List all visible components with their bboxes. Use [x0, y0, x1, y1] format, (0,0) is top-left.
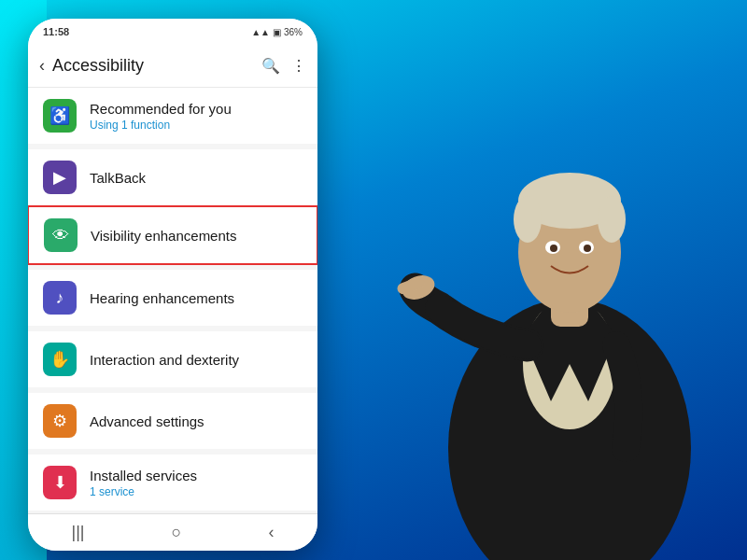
bottom-nav: ||| ○ ‹ [28, 513, 317, 551]
svg-point-9 [550, 245, 557, 252]
phone-screen: 11:58 ▲▲ ▣ 36% ‹ Accessibility 🔍 ⋮ ♿Reco… [28, 19, 317, 551]
item-title-hearing: Hearing enhancements [90, 290, 303, 306]
item-title-talkback: TalkBack [90, 170, 303, 186]
menu-item-talkback[interactable]: ▶TalkBack [28, 149, 317, 206]
menu-section: ▶TalkBack👁Visibility enhancements [28, 149, 317, 265]
back-button[interactable]: ‹ [39, 56, 45, 76]
item-text-advanced: Advanced settings [90, 413, 303, 429]
menu-item-advanced[interactable]: ⚙Advanced settings [28, 393, 317, 449]
top-action-icons: 🔍 ⋮ [261, 57, 306, 75]
signal-icon: ▲▲ [251, 27, 270, 37]
item-icon-advanced: ⚙ [43, 404, 77, 438]
item-icon-talkback: ▶ [43, 161, 77, 194]
item-icon-recommended: ♿ [43, 99, 77, 133]
item-icon-hearing: ♪ [43, 281, 77, 315]
status-time: 11:58 [43, 26, 69, 37]
menu-section: ⬇Installed services1 service [28, 455, 317, 511]
item-title-recommended: Recommended for you [90, 101, 303, 117]
item-text-visibility: Visibility enhancements [91, 228, 302, 244]
menu-section: ♪Hearing enhancements [28, 270, 317, 326]
svg-point-5 [514, 196, 542, 243]
item-title-interaction: Interaction and dexterity [90, 352, 303, 368]
item-text-installed: Installed services1 service [90, 468, 303, 498]
item-text-hearing: Hearing enhancements [90, 290, 303, 306]
item-title-advanced: Advanced settings [90, 413, 303, 429]
menu-item-recommended[interactable]: ♿Recommended for youUsing 1 function [28, 88, 317, 144]
item-icon-visibility: 👁 [44, 218, 78, 252]
svg-point-6 [598, 196, 626, 243]
more-icon[interactable]: ⋮ [291, 57, 306, 75]
status-icons: ▲▲ ▣ 36% [251, 27, 303, 37]
person-svg [327, 0, 728, 560]
item-text-recommended: Recommended for youUsing 1 function [90, 101, 303, 132]
item-icon-interaction: ✋ [43, 343, 77, 376]
item-text-interaction: Interaction and dexterity [90, 352, 303, 368]
phone-mockup: 11:58 ▲▲ ▣ 36% ‹ Accessibility 🔍 ⋮ ♿Reco… [28, 19, 317, 551]
nav-menu-button[interactable]: ||| [72, 523, 85, 542]
item-icon-installed: ⬇ [43, 466, 77, 499]
page-title: Accessibility [52, 56, 254, 76]
person-figure [327, 0, 728, 560]
status-bar: 11:58 ▲▲ ▣ 36% [28, 19, 317, 45]
search-icon[interactable]: 🔍 [261, 57, 280, 75]
top-bar: ‹ Accessibility 🔍 ⋮ [28, 45, 317, 88]
item-title-installed: Installed services [90, 468, 303, 483]
menu-section: ⚙Advanced settings [28, 393, 317, 449]
menu-item-installed[interactable]: ⬇Installed services1 service [28, 455, 317, 511]
nav-home-button[interactable]: ○ [172, 523, 182, 542]
menu-item-interaction[interactable]: ✋Interaction and dexterity [28, 331, 317, 387]
menu-item-visibility[interactable]: 👁Visibility enhancements [28, 205, 317, 265]
svg-point-10 [584, 245, 591, 252]
menu-section: ✋Interaction and dexterity [28, 331, 317, 387]
battery-icon: 36% [284, 27, 303, 37]
menu-section: ♿Recommended for youUsing 1 function [28, 88, 317, 144]
item-subtitle-recommended: Using 1 function [90, 119, 303, 132]
item-title-visibility: Visibility enhancements [91, 228, 302, 244]
menu-item-hearing[interactable]: ♪Hearing enhancements [28, 270, 317, 326]
item-text-talkback: TalkBack [90, 170, 303, 186]
wifi-icon: ▣ [273, 27, 281, 37]
item-subtitle-installed: 1 service [90, 485, 303, 498]
menu-list: ♿Recommended for youUsing 1 function▶Tal… [28, 88, 317, 513]
nav-back-button[interactable]: ‹ [268, 523, 274, 542]
